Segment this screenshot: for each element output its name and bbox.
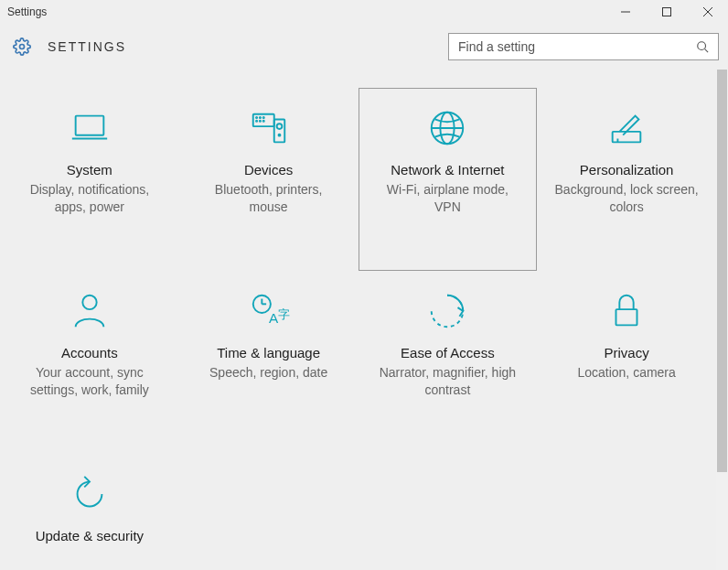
svg-point-5: [698, 42, 706, 50]
window-controls: [605, 0, 728, 24]
svg-point-4: [20, 45, 25, 49]
tile-network-internet[interactable]: Network & InternetWi-Fi, airplane mode, …: [359, 88, 538, 271]
tile-desc: Wi-Fi, airplane mode, VPN: [374, 181, 520, 216]
tile-update-security[interactable]: Update & security: [0, 454, 179, 570]
tile-title: Network & Internet: [391, 162, 504, 177]
tile-title: Time & language: [217, 345, 320, 360]
svg-rect-1: [662, 8, 670, 16]
svg-point-17: [276, 124, 282, 129]
tile-desc: Location, camera: [577, 364, 675, 382]
tile-system[interactable]: SystemDisplay, notifications, apps, powe…: [0, 88, 179, 271]
minimize-button[interactable]: [605, 0, 646, 24]
tile-desc: Narrator, magnifier, high contrast: [374, 364, 520, 399]
person-icon: [69, 290, 111, 332]
maximize-button[interactable]: [646, 0, 687, 24]
svg-point-13: [256, 121, 257, 122]
svg-point-12: [262, 117, 263, 118]
svg-point-24: [82, 296, 96, 309]
tile-accounts[interactable]: AccountsYour account, sync settings, wor…: [0, 271, 179, 454]
search-input[interactable]: [458, 39, 696, 54]
svg-point-14: [259, 121, 260, 122]
header: SETTINGS: [0, 24, 728, 70]
tile-title: Privacy: [605, 345, 649, 360]
titlebar: Settings: [0, 0, 728, 24]
tile-devices[interactable]: DevicesBluetooth, printers, mouse: [179, 88, 359, 271]
tile-privacy[interactable]: PrivacyLocation, camera: [537, 271, 716, 454]
tile-desc: Display, notifications, apps, power: [16, 181, 163, 216]
svg-point-10: [256, 117, 257, 118]
search-icon: [696, 40, 709, 53]
svg-line-6: [705, 49, 709, 53]
tile-desc: Bluetooth, printers, mouse: [196, 181, 342, 216]
timelang-icon: A字: [248, 290, 290, 332]
svg-rect-30: [616, 309, 637, 325]
close-button[interactable]: [687, 0, 728, 24]
tile-title: System: [67, 162, 112, 177]
tile-desc: Speech, region, date: [209, 364, 327, 382]
tile-desc: Background, lock screen, colors: [553, 181, 700, 216]
page-title: SETTINGS: [48, 39, 126, 54]
svg-text:字: 字: [277, 307, 289, 321]
gear-icon: [13, 38, 31, 56]
svg-point-11: [259, 117, 260, 118]
tile-title: Ease of Access: [401, 345, 495, 360]
tile-title: Accounts: [61, 345, 118, 360]
ease-icon: [426, 290, 468, 332]
window-title: Settings: [7, 5, 47, 18]
scrollbar-thumb[interactable]: [717, 70, 727, 472]
scrollbar[interactable]: [716, 70, 728, 570]
lock-icon: [605, 290, 648, 332]
tiles-grid: SystemDisplay, notifications, apps, powe…: [0, 70, 716, 570]
refresh-icon: [69, 473, 111, 515]
laptop-icon: [69, 107, 111, 149]
globe-icon: [426, 107, 468, 149]
tile-title: Update & security: [36, 528, 144, 543]
search-box[interactable]: [448, 33, 719, 60]
svg-point-18: [278, 134, 280, 136]
tiles-scroll-area: SystemDisplay, notifications, apps, powe…: [0, 70, 716, 570]
pen-icon: [605, 107, 648, 149]
tile-personalization[interactable]: PersonalizationBackground, lock screen, …: [537, 88, 716, 271]
svg-rect-22: [613, 132, 641, 143]
tile-desc: Your account, sync settings, work, famil…: [16, 364, 163, 399]
tile-time-language[interactable]: A字Time & languageSpeech, region, date: [179, 271, 359, 454]
svg-rect-7: [76, 116, 104, 135]
tile-ease-of-access[interactable]: Ease of AccessNarrator, magnifier, high …: [359, 271, 538, 454]
svg-rect-16: [273, 119, 284, 142]
devices-icon: [248, 107, 290, 149]
svg-point-15: [262, 121, 263, 122]
tile-title: Personalization: [580, 162, 674, 177]
tile-title: Devices: [244, 162, 293, 177]
